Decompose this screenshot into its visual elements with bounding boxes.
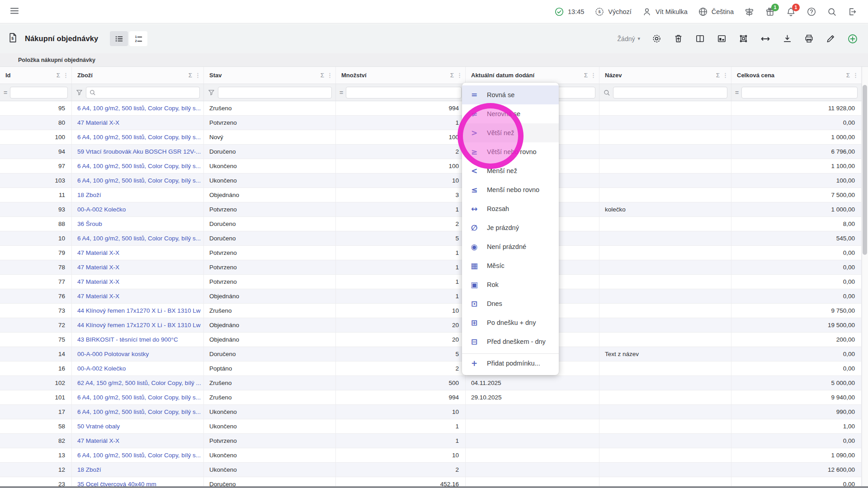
table-row[interactable]: 94 59 Vrtací šroubovák Aku BOSCH GSR 12V… xyxy=(0,145,862,159)
settings-gear-icon[interactable] xyxy=(651,33,662,44)
cell-item-link[interactable]: 47 Materiál X-X xyxy=(72,289,204,303)
cell-item-link[interactable]: 6 A4, 100 g/m2, 500 listů, Color Copy, b… xyxy=(72,101,204,115)
cell-item-link[interactable]: 59 Vrtací šroubovák Aku BOSCH GSR 12V-..… xyxy=(72,145,204,159)
column-header[interactable]: Id Σ ⋮ xyxy=(0,67,72,84)
filter-menu-item[interactable]: + Přidat podmínku... xyxy=(462,353,559,372)
add-record-icon[interactable] xyxy=(847,33,858,44)
user-menu[interactable]: Vít Mikulka xyxy=(642,7,688,17)
cell-item-link[interactable]: 47 Materiál X-X xyxy=(72,116,204,130)
filter-menu-item[interactable]: ↔ Rozsah xyxy=(462,199,559,218)
cell-item-link[interactable]: 6 A4, 100 g/m2, 500 listů, Color Copy, b… xyxy=(72,159,204,173)
funnel-filter-icon[interactable] xyxy=(75,89,83,96)
cell-item-link[interactable]: 50 Vratné obaly xyxy=(72,419,204,433)
cell-item-link[interactable]: 47 Materiál X-X xyxy=(72,260,204,274)
column-menu-icon[interactable]: ⋮ xyxy=(722,72,729,79)
table-row[interactable]: 16 00-A-002 Kolečko Poptáno 2 0,00 xyxy=(0,361,862,376)
filter-menu-item[interactable]: ≤ Menší nebo rovno xyxy=(462,180,559,199)
expand-width-icon[interactable] xyxy=(760,33,771,44)
table-row[interactable]: 14 00-A-000 Polotovar kostky Doručeno 5 … xyxy=(0,347,862,361)
help-icon[interactable] xyxy=(807,7,816,17)
column-menu-icon[interactable]: ⋮ xyxy=(852,72,859,79)
aggregate-sigma-icon[interactable]: Σ xyxy=(448,72,456,79)
table-row[interactable]: 82 47 Materiál X-X Potvrzeno 1 0,00 xyxy=(0,434,862,448)
table-row[interactable]: 12 18 Zboží Ukončeno 2 12 600,00 xyxy=(0,463,862,477)
edit-pencil-icon[interactable] xyxy=(826,33,836,44)
equals-filter-icon[interactable]: = xyxy=(735,89,739,96)
cell-item-link[interactable]: 47 Materiál X-X xyxy=(72,275,204,289)
table-row[interactable]: 58 50 Vratné obaly Ukončeno 1 1,00 xyxy=(0,419,862,434)
table-row[interactable]: 76 47 Materiál X-X Objednáno 1 0,00 xyxy=(0,289,862,304)
bell-icon[interactable]: 1 xyxy=(786,7,796,17)
gift-icon[interactable]: 1 xyxy=(765,7,775,17)
cell-item-link[interactable]: 44 Klínový řemen 17x1270 X Li - BX 1310 … xyxy=(72,304,204,318)
table-row[interactable]: 10 6 A4, 100 g/m2, 500 listů, Color Copy… xyxy=(0,231,862,246)
cell-item-link[interactable]: 6 A4, 100 g/m2, 500 listů, Color Copy, b… xyxy=(72,405,204,419)
filter-menu-item[interactable]: ⊟ Před dneškem - dny xyxy=(462,332,559,351)
horizontal-scrollbar-thumb[interactable] xyxy=(0,486,868,488)
search-icon[interactable] xyxy=(827,7,837,17)
split-columns-icon[interactable] xyxy=(695,33,705,44)
table-row[interactable]: 88 36 Šroub Doručeno 2 8,00 xyxy=(0,217,862,231)
table-row[interactable]: 101 6 A4, 100 g/m2, 500 listů, Color Cop… xyxy=(0,390,862,405)
quantity-filter-input[interactable] xyxy=(346,87,462,99)
table-row[interactable]: 78 47 Materiál X-X Potvrzeno 1 0,00 xyxy=(0,260,862,275)
cell-item-link[interactable]: 6 A4, 100 g/m2, 500 listů, Color Copy, b… xyxy=(72,448,204,462)
aggregate-sigma-icon[interactable]: Σ xyxy=(319,72,326,79)
cell-item-link[interactable]: 18 Zboží xyxy=(72,188,204,202)
group-by-dropdown[interactable]: Žádný ▾ xyxy=(618,35,640,42)
filter-menu-item[interactable]: = Rovná se xyxy=(462,85,559,104)
filter-menu-item[interactable]: ⊞ Po dnešku + dny xyxy=(462,313,559,332)
cell-item-link[interactable]: 47 Materiál X-X xyxy=(72,246,204,260)
name-filter-input[interactable] xyxy=(613,87,727,99)
cell-item-link[interactable]: 00-A-002 Kolečko xyxy=(72,361,204,375)
filter-menu-item[interactable]: ≥ Větší nebo rovno xyxy=(462,142,559,161)
table-row[interactable]: 73 44 Klínový řemen 17x1270 X Li - BX 13… xyxy=(0,304,862,318)
cell-item-link[interactable]: 18 Zboží xyxy=(72,463,204,477)
cell-item-link[interactable]: 62 A4, 150 g/m2, 500 listů, Color Copy, … xyxy=(72,376,204,390)
table-row[interactable]: 103 6 A4, 100 g/m2, 500 listů, Color Cop… xyxy=(0,174,862,188)
cell-item-link[interactable]: 6 A4, 100 g/m2, 500 listů, Color Copy, b… xyxy=(72,174,204,188)
table-row[interactable]: 97 6 A4, 100 g/m2, 500 listů, Color Copy… xyxy=(0,159,862,174)
table-row[interactable]: 102 62 A4, 150 g/m2, 500 listů, Color Co… xyxy=(0,376,862,390)
signpost-icon[interactable] xyxy=(744,7,755,17)
column-menu-icon[interactable]: ⋮ xyxy=(62,72,70,79)
aggregate-sigma-icon[interactable]: Σ xyxy=(844,72,852,79)
column-header[interactable]: Stav Σ ⋮ xyxy=(204,67,336,84)
table-row[interactable]: 72 44 Klínový řemen 17x1270 X Li - BX 13… xyxy=(0,318,862,333)
frame-select-icon[interactable] xyxy=(738,33,749,44)
logout-icon[interactable] xyxy=(847,7,857,17)
column-header[interactable]: Název Σ ⋮ xyxy=(599,67,731,84)
aggregate-sigma-icon[interactable]: Σ xyxy=(582,72,590,79)
table-row[interactable]: 17 6 A4, 100 g/m2, 500 listů, Color Copy… xyxy=(0,405,862,419)
table-row[interactable]: 100 6 A4, 100 g/m2, 500 listů, Color Cop… xyxy=(0,130,862,145)
table-row[interactable]: 93 00-A-002 Kolečko Potvrzeno 1 kolečko … xyxy=(0,202,862,217)
filter-menu-item[interactable]: ◉ Není prázdné xyxy=(462,237,559,256)
cell-item-link[interactable]: 6 A4, 100 g/m2, 500 listů, Color Copy, b… xyxy=(72,231,204,245)
cell-item-link[interactable]: 00-A-000 Polotovar kostky xyxy=(72,347,204,361)
list-view-button[interactable] xyxy=(110,31,128,46)
item-filter-input[interactable] xyxy=(86,87,200,99)
column-header[interactable]: Množství Σ ⋮ xyxy=(336,67,466,84)
trash-restore-icon[interactable] xyxy=(673,33,684,44)
cell-item-link[interactable]: 36 Šroub xyxy=(72,217,204,231)
language-selector[interactable]: Čeština xyxy=(698,7,734,17)
column-header[interactable]: Zboží Σ ⋮ xyxy=(72,67,204,84)
filter-menu-item[interactable]: < Menší než xyxy=(462,161,559,180)
cell-item-link[interactable]: 47 Materiál X-X xyxy=(72,434,204,448)
column-menu-icon[interactable]: ⋮ xyxy=(456,72,463,79)
aggregate-sigma-icon[interactable]: Σ xyxy=(714,72,722,79)
filter-menu-item[interactable]: ▣ Rok xyxy=(462,275,559,294)
filter-menu-item[interactable]: ⊡ Dnes xyxy=(462,294,559,313)
column-menu-icon[interactable]: ⋮ xyxy=(590,72,597,79)
filter-menu-item[interactable]: ▦ Měsíc xyxy=(462,256,559,275)
cell-item-link[interactable]: 44 Klínový řemen 17x1270 X Li - BX 1310 … xyxy=(72,318,204,332)
profile-selector[interactable]: $ Výchozí xyxy=(594,7,632,17)
funnel-filter-icon[interactable] xyxy=(208,89,215,96)
cell-item-link[interactable]: 43 BIRKOSIT - těsnící tmel do 900°C xyxy=(72,333,204,347)
table-row[interactable]: 13 6 A4, 100 g/m2, 500 listů, Color Copy… xyxy=(0,448,862,463)
status-filter-input[interactable] xyxy=(218,87,332,99)
column-header[interactable]: Aktuální datum dodání Σ ⋮ xyxy=(466,67,599,84)
column-menu-icon[interactable]: ⋮ xyxy=(194,72,202,79)
search-filter-icon[interactable] xyxy=(603,89,610,96)
print-icon[interactable] xyxy=(804,33,814,44)
